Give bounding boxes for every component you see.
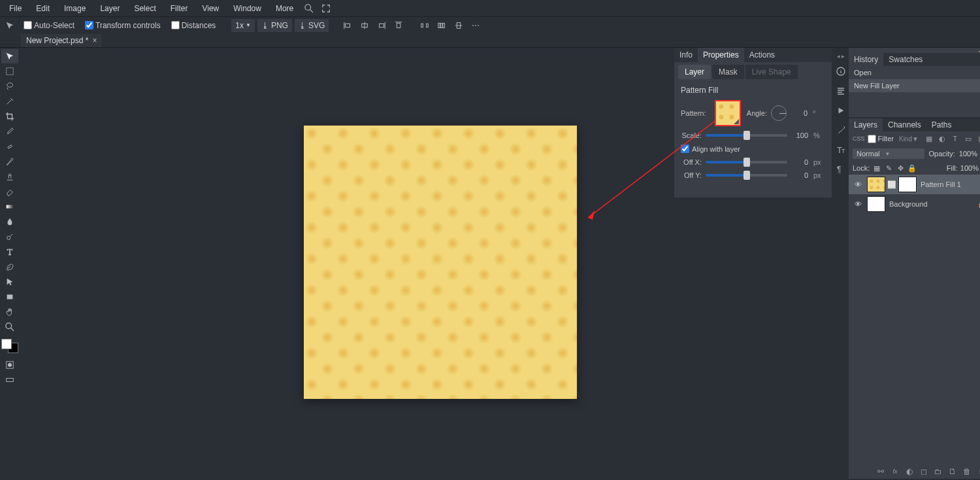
fx-icon[interactable]: fx bbox=[890, 466, 900, 477]
lasso-tool[interactable] bbox=[1, 79, 18, 94]
path-select-tool[interactable] bbox=[1, 275, 18, 289]
marquee-tool[interactable] bbox=[1, 64, 18, 78]
auto-select-checkbox[interactable]: Auto-Select bbox=[20, 21, 78, 30]
lock-all-icon[interactable]: 🔒 bbox=[907, 163, 917, 173]
scale-value[interactable]: 100 bbox=[791, 131, 809, 139]
scale-slider[interactable] bbox=[706, 134, 787, 137]
zoom-tool[interactable] bbox=[1, 320, 18, 334]
angle-value[interactable]: 0 bbox=[791, 109, 809, 117]
tab-channels[interactable]: Channels bbox=[883, 118, 926, 131]
glyphs-panel-icon[interactable]: ¶ bbox=[833, 162, 849, 177]
offy-slider[interactable] bbox=[706, 174, 787, 177]
align-top-icon[interactable] bbox=[391, 18, 406, 33]
paragraph-panel-icon[interactable] bbox=[833, 83, 849, 99]
crop-tool[interactable] bbox=[1, 109, 18, 124]
new-group-icon[interactable]: 🗀 bbox=[933, 466, 943, 477]
gradient-tool[interactable] bbox=[1, 199, 18, 214]
layer-name[interactable]: Background bbox=[889, 200, 928, 208]
export-svg-button[interactable]: ⭳SVG bbox=[295, 19, 329, 32]
layer-name[interactable]: Pattern Fill 1 bbox=[921, 180, 961, 188]
clone-tool[interactable] bbox=[1, 169, 18, 184]
offy-value[interactable]: 0 bbox=[791, 171, 809, 179]
search-icon[interactable] bbox=[301, 1, 317, 16]
menu-edit[interactable]: Edit bbox=[29, 1, 56, 16]
visibility-icon[interactable]: 👁 bbox=[853, 180, 863, 188]
blend-mode-dropdown[interactable]: Normal▼ bbox=[853, 148, 924, 159]
panel-collapse-icon[interactable]: ◂ ▸ bbox=[849, 48, 980, 53]
opacity-value[interactable]: 100% bbox=[959, 150, 977, 158]
brush-tool[interactable] bbox=[1, 154, 18, 169]
tab-properties[interactable]: Properties bbox=[698, 48, 744, 62]
history-item[interactable]: Open bbox=[849, 66, 980, 79]
menu-more[interactable]: More bbox=[269, 1, 300, 16]
tab-paths[interactable]: Paths bbox=[926, 118, 957, 131]
more-align-icon[interactable]: ⋯ bbox=[468, 18, 483, 33]
blur-tool[interactable] bbox=[1, 214, 18, 229]
move-tool-indicator-icon[interactable] bbox=[3, 18, 17, 33]
bottom-menu-icon[interactable]: ≡ bbox=[976, 466, 980, 477]
angle-dial[interactable] bbox=[771, 105, 787, 121]
export-png-button[interactable]: ⭳PNG bbox=[257, 19, 292, 32]
expand-collapse-icon[interactable]: ◂ ▸ bbox=[833, 53, 849, 60]
align-center-h-icon[interactable] bbox=[357, 18, 372, 33]
filter-kind-dropdown[interactable]: Kind▼ bbox=[896, 135, 921, 143]
align-middle-icon[interactable] bbox=[451, 18, 466, 33]
quick-mask-icon[interactable] bbox=[1, 358, 18, 372]
export-zoom-dropdown[interactable]: 1x▼ bbox=[231, 19, 255, 32]
character-panel-icon[interactable]: TT bbox=[833, 142, 849, 158]
distribute-h-icon[interactable] bbox=[417, 18, 432, 33]
dodge-tool[interactable] bbox=[1, 230, 18, 244]
filter-adjust-icon[interactable]: ◐ bbox=[937, 133, 947, 144]
fill-value[interactable]: 100% bbox=[960, 164, 979, 172]
history-item[interactable]: New Fill Layer bbox=[849, 79, 980, 92]
align-right-icon[interactable] bbox=[374, 18, 389, 33]
heal-tool[interactable] bbox=[1, 139, 18, 154]
subtab-mask[interactable]: Mask bbox=[712, 65, 744, 79]
document-tab[interactable]: New Project.psd * × bbox=[21, 34, 102, 47]
canvas-document[interactable] bbox=[304, 126, 577, 399]
distribute-spacing-icon[interactable] bbox=[434, 18, 449, 33]
eraser-tool[interactable] bbox=[1, 184, 18, 199]
eyedropper-tool[interactable] bbox=[1, 124, 18, 139]
distances-checkbox[interactable]: Distances bbox=[167, 21, 220, 30]
color-swatch-pair[interactable] bbox=[1, 339, 18, 353]
visibility-icon[interactable]: 👁 bbox=[853, 200, 863, 208]
lock-transparency-icon[interactable]: ▦ bbox=[872, 163, 881, 173]
canvas-viewport[interactable] bbox=[20, 48, 673, 480]
menu-filter[interactable]: Filter bbox=[164, 1, 195, 16]
lock-pixels-icon[interactable]: ✎ bbox=[884, 163, 893, 173]
crop-fullscreen-icon[interactable] bbox=[318, 1, 334, 16]
pattern-thumbnail[interactable] bbox=[715, 100, 741, 126]
filter-shape-icon[interactable]: ▭ bbox=[963, 133, 973, 144]
play-panel-icon[interactable] bbox=[833, 103, 849, 118]
tab-actions[interactable]: Actions bbox=[744, 48, 780, 62]
menu-select[interactable]: Select bbox=[127, 1, 162, 16]
adjustment-layer-icon[interactable]: ◐ bbox=[904, 466, 915, 477]
lock-position-icon[interactable]: ✥ bbox=[896, 163, 905, 173]
menu-file[interactable]: File bbox=[3, 1, 28, 16]
subtab-layer[interactable]: Layer bbox=[678, 65, 711, 79]
menu-layer[interactable]: Layer bbox=[93, 1, 126, 16]
mask-thumbnail[interactable] bbox=[898, 177, 917, 192]
layer-row[interactable]: 👁 ⬜ Pattern Fill 1 bbox=[849, 175, 980, 194]
tab-history[interactable]: History bbox=[849, 53, 883, 66]
offx-value[interactable]: 0 bbox=[791, 158, 809, 166]
tab-swatches[interactable]: Swatches bbox=[883, 53, 928, 66]
filter-smart-icon[interactable]: ▣ bbox=[976, 133, 980, 144]
layer-thumbnail[interactable] bbox=[867, 177, 885, 192]
close-tab-icon[interactable]: × bbox=[92, 36, 97, 45]
brushes-panel-icon[interactable] bbox=[833, 122, 849, 138]
new-layer-icon[interactable]: 🗋 bbox=[947, 466, 958, 477]
foreground-color-swatch[interactable] bbox=[1, 339, 12, 349]
menu-window[interactable]: Window bbox=[227, 1, 268, 16]
link-icon[interactable]: ⬜ bbox=[889, 177, 894, 192]
align-left-icon[interactable] bbox=[340, 18, 355, 33]
align-with-layer-checkbox[interactable]: Align with layer bbox=[681, 145, 825, 153]
tab-layers[interactable]: Layers bbox=[849, 118, 883, 131]
layer-row[interactable]: 👁 Background 🔒 bbox=[849, 194, 980, 214]
screen-mode-icon[interactable] bbox=[1, 373, 18, 387]
type-tool[interactable] bbox=[1, 245, 18, 259]
shape-tool[interactable] bbox=[1, 290, 18, 304]
offx-slider[interactable] bbox=[706, 161, 787, 163]
menu-view[interactable]: View bbox=[195, 1, 225, 16]
